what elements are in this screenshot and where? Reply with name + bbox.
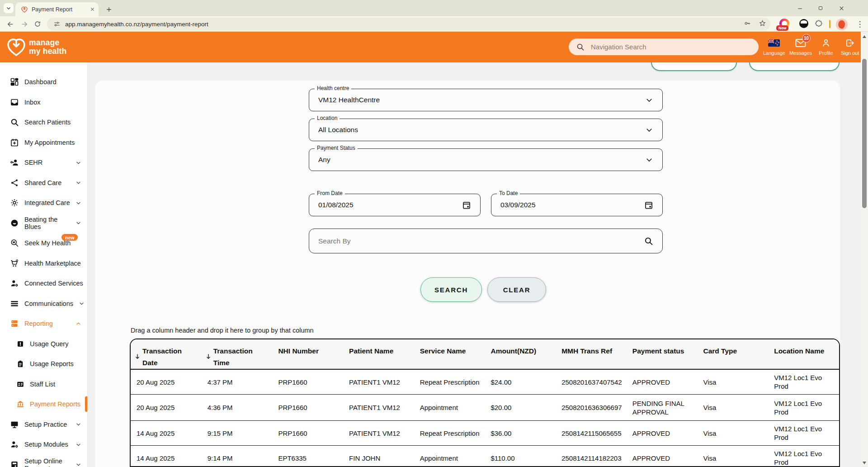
messages-button[interactable]: 10 Messages — [789, 37, 812, 56]
sidebar-item-integrated-care[interactable]: Integrated Care — [0, 193, 87, 213]
tab-search-button[interactable] — [4, 3, 14, 13]
sidebar-item-setup-online-payments[interactable]: Setup Online Payments — [0, 455, 87, 467]
sidebar-item-payment-reports[interactable]: Payment Reports — [0, 394, 87, 415]
browser-menu-button[interactable]: ⋮ — [854, 19, 865, 29]
sidebar-item-beating-the-blues[interactable]: Beating the Blues — [0, 213, 87, 234]
sidebar-item-seek-my-health[interactable]: Seek My Health new — [0, 233, 87, 253]
sidebar-item-my-appointments[interactable]: My Appointments — [0, 133, 87, 153]
column-header-transaction-date[interactable]: Transaction Date — [131, 339, 202, 370]
logo-wordmark[interactable]: manage my health — [29, 38, 67, 56]
search-icon[interactable] — [644, 236, 653, 246]
chevron-down-icon[interactable] — [645, 156, 653, 164]
table-row[interactable]: 20 Aug 20254:36 PMPRP1660PATIENT1 VM12Ap… — [131, 395, 839, 421]
extensions-button[interactable] — [815, 19, 823, 28]
table-row[interactable]: 20 Aug 20254:37 PMPRP1660PATIENT1 VM12Re… — [131, 370, 839, 395]
search-icon — [576, 43, 585, 51]
page-scrollbar[interactable] — [861, 32, 868, 467]
search-by-input[interactable] — [318, 237, 644, 245]
calendar-icon[interactable] — [462, 200, 471, 210]
payments-grid: Transaction Date Transaction Time NHI Nu… — [130, 338, 840, 467]
window-minimize-button[interactable] — [792, 2, 807, 14]
language-button[interactable]: Language — [763, 37, 785, 56]
calendar-plus-icon — [10, 138, 19, 147]
sidebar-item-staff-list[interactable]: Staff List — [0, 374, 87, 395]
search-button[interactable]: SEARCH — [420, 277, 482, 302]
chevron-down-icon — [6, 5, 11, 11]
browser-profile-avatar[interactable] — [836, 19, 848, 30]
maximize-icon — [818, 5, 823, 11]
health-centre-select[interactable]: Health centre VM12 HealthCentre — [309, 89, 663, 111]
forward-arrow-icon — [20, 20, 28, 28]
sidebar-item-reporting[interactable]: Reporting — [0, 314, 87, 334]
cart-icon — [10, 259, 19, 268]
search-by-field[interactable] — [309, 229, 663, 253]
bookmark-button[interactable] — [759, 19, 766, 27]
tab-close-icon[interactable] — [90, 7, 95, 12]
column-header-location-name[interactable]: Location Name — [768, 339, 839, 370]
location-select[interactable]: Location All Locations — [309, 119, 663, 141]
column-header-payment-status[interactable]: Payment status — [627, 339, 698, 370]
to-date-value[interactable]: 03/09/2025 — [500, 201, 536, 209]
sidebar-label: Shared Care — [24, 179, 61, 186]
plus-icon — [106, 6, 112, 13]
table-row[interactable]: 14 Aug 20259:15 PMPRP1660PATIENT1 VM12Re… — [131, 421, 839, 446]
sidebar-item-communications[interactable]: Communications — [0, 294, 87, 314]
sidebar-item-health-marketplace[interactable]: Health Marketplace — [0, 253, 87, 274]
clear-button[interactable]: CLEAR — [487, 277, 546, 302]
chevron-down-icon[interactable] — [645, 96, 653, 104]
column-header-nhi-number[interactable]: NHI Number — [272, 339, 343, 370]
profile-button[interactable]: Profile — [816, 37, 836, 56]
scroll-up-arrow[interactable] — [863, 35, 866, 38]
sidebar-item-usage-query[interactable]: Usage Query — [0, 334, 87, 354]
sidebar-item-setup-modules[interactable]: Setup Modules — [0, 434, 87, 455]
inbox-icon — [10, 98, 19, 107]
column-header-amount[interactable]: Amount(NZD) — [485, 339, 556, 370]
browser-tab[interactable]: Payment Report — [15, 2, 99, 16]
sidebar-item-usage-reports[interactable]: Usage Reports — [0, 354, 87, 374]
address-bar[interactable]: app.managemyhealth.co.nz/payment/payment… — [47, 18, 770, 30]
forward-button[interactable] — [18, 19, 30, 29]
from-date-label: From Date — [315, 190, 345, 196]
sidebar-item-search-patients[interactable]: Search Patients — [0, 112, 87, 133]
payment-status-select[interactable]: Payment Status Any — [309, 148, 663, 171]
smiley-icon — [10, 219, 19, 228]
window-close-button[interactable] — [834, 2, 849, 14]
scroll-down-arrow[interactable] — [863, 462, 866, 464]
column-header-mmh-trans-ref[interactable]: MMH Trans Ref — [556, 339, 627, 370]
scrollbar-thumb[interactable] — [862, 59, 867, 208]
signout-button[interactable]: Sign out — [840, 37, 860, 56]
sort-descending-icon — [134, 353, 141, 360]
sidebar-item-inbox[interactable]: Inbox — [0, 92, 87, 113]
messages-badge: 10 — [802, 34, 811, 43]
toolbar-separator — [829, 20, 830, 28]
column-header-transaction-time[interactable]: Transaction Time — [202, 339, 273, 370]
sidebar-item-connected-services[interactable]: Connected Services — [0, 273, 87, 294]
navigation-search[interactable] — [569, 38, 759, 55]
new-tab-button[interactable] — [103, 4, 115, 15]
from-date-field[interactable]: From Date 01/08/2025 — [309, 194, 481, 216]
sidebar-item-shared-care[interactable]: Shared Care — [0, 173, 87, 193]
window-maximize-button[interactable] — [813, 2, 828, 14]
group-by-hint[interactable]: Drag a column header and drop it here to… — [131, 327, 314, 334]
column-header-patient-name[interactable]: Patient Name — [343, 339, 414, 370]
reload-icon — [34, 20, 41, 28]
column-header-card-type[interactable]: Card Type — [698, 339, 769, 370]
sidebar-item-dashboard[interactable]: Dashboard — [0, 72, 87, 92]
column-header-service-name[interactable]: Service Name — [414, 339, 485, 370]
extension-icon-2[interactable] — [799, 19, 808, 28]
password-manager-button[interactable] — [744, 19, 751, 27]
reload-button[interactable] — [32, 19, 43, 29]
from-date-value[interactable]: 01/08/2025 — [318, 201, 354, 209]
back-button[interactable] — [5, 19, 16, 29]
table-row[interactable]: 14 Aug 20259:14 PMEPT6335FIN JOHNAppoint… — [131, 446, 839, 467]
navigation-search-input[interactable] — [591, 43, 751, 51]
sidebar-item-sehr[interactable]: SEHR — [0, 152, 87, 173]
managemyhealth-logo-icon[interactable] — [5, 36, 27, 58]
chevron-down-icon[interactable] — [645, 126, 653, 134]
sidebar-item-setup-practice[interactable]: Setup Practice — [0, 415, 87, 435]
share-icon — [10, 178, 19, 187]
to-date-field[interactable]: To Date 03/09/2025 — [491, 194, 663, 216]
health-centre-label: Health centre — [315, 85, 351, 91]
calendar-icon[interactable] — [644, 200, 653, 210]
site-info-icon[interactable] — [53, 20, 61, 28]
